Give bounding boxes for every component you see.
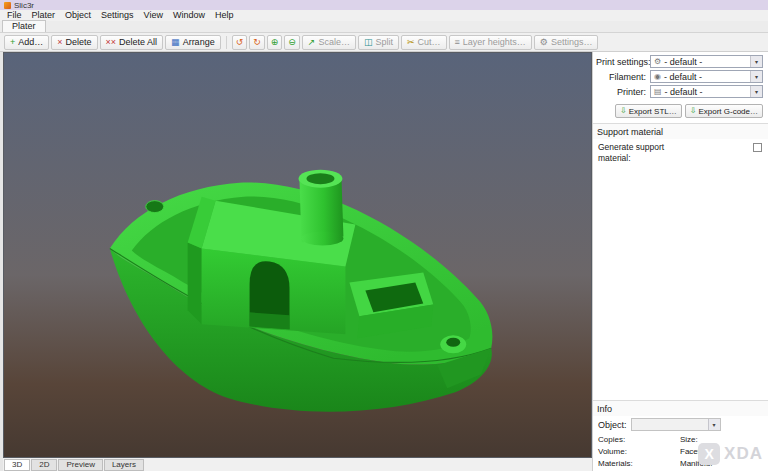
main-area: 3D 2D Preview Layers Print settings: ⚙ -… <box>0 52 768 471</box>
export-stl-label: Export STL… <box>629 107 677 116</box>
export-row: ⇩ Export STL… ⇩ Export G-code… <box>593 100 768 123</box>
benchy-chimney-hole <box>306 173 334 184</box>
benchy-chimney-base <box>301 232 343 246</box>
print-settings-value: - default - <box>664 57 702 67</box>
add-button-label: Add… <box>18 37 43 47</box>
decrease-copies-button[interactable]: ⊖ <box>284 35 300 50</box>
settings-icon: ⚙ <box>540 38 548 47</box>
toolbar: + Add… × Delete ×× Delete All ▦ Arrange … <box>0 33 768 52</box>
generate-support-checkbox[interactable] <box>753 143 762 152</box>
window-title: Slic3r <box>14 1 34 10</box>
panel-spacer <box>593 163 768 400</box>
cut-icon: ✂ <box>407 38 415 47</box>
filament-value: - default - <box>664 72 702 82</box>
right-panel: Print settings: ⚙ - default - ▾ Filament… <box>592 52 768 471</box>
generate-support-row: Generate support material: <box>593 139 768 163</box>
menubar: File Plater Object Settings View Window … <box>0 10 768 21</box>
layer-heights-button[interactable]: ≡ Layer heights… <box>449 35 532 50</box>
rotate-cw-button[interactable]: ↻ <box>249 35 265 50</box>
printer-label: Printer: <box>596 87 650 97</box>
info-header: Info <box>593 400 768 416</box>
layer-heights-icon: ≡ <box>455 38 460 47</box>
printer-row: Printer: ▤ - default - ▾ <box>596 85 763 98</box>
chevron-down-icon[interactable]: ▾ <box>750 71 762 82</box>
support-material-header: Support material <box>593 123 768 139</box>
settings-button-label: Settings… <box>551 37 593 47</box>
toolbar-separator <box>226 36 227 49</box>
arrange-button[interactable]: ▦ Arrange <box>165 35 221 50</box>
rotate-ccw-icon: ↺ <box>236 38 244 47</box>
add-button[interactable]: + Add… <box>4 35 49 50</box>
object-row: Object: ▾ <box>593 416 768 433</box>
export-stl-icon: ⇩ <box>620 107 627 115</box>
benchy-door-floor <box>250 312 290 329</box>
settings-block: Print settings: ⚙ - default - ▾ Filament… <box>593 52 768 100</box>
tab-layers[interactable]: Layers <box>104 459 144 471</box>
increase-copies-icon: ⊕ <box>271 38 279 47</box>
object-select[interactable]: ▾ <box>631 418 721 431</box>
menu-settings[interactable]: Settings <box>96 10 139 21</box>
print-settings-select[interactable]: ⚙ - default - ▾ <box>650 55 763 68</box>
printer-icon: ▤ <box>654 88 662 96</box>
tab-3d[interactable]: 3D <box>4 459 30 471</box>
facets-label: Facets: <box>680 447 763 456</box>
benchy-stern-cylinder-hole <box>446 338 460 347</box>
add-icon: + <box>10 38 15 47</box>
benchy-cabin-left <box>188 243 202 325</box>
delete-all-button[interactable]: ×× Delete All <box>100 35 164 50</box>
volume-label: Volume: <box>598 447 680 456</box>
menu-object[interactable]: Object <box>60 10 96 21</box>
cut-button[interactable]: ✂ Cut… <box>401 35 447 50</box>
delete-button[interactable]: × Delete <box>51 35 97 50</box>
delete-all-icon: ×× <box>106 38 117 47</box>
scale-button[interactable]: ↗ Scale… <box>302 35 356 50</box>
delete-button-label: Delete <box>66 37 92 47</box>
arrange-button-label: Arrange <box>183 37 215 47</box>
split-button-label: Split <box>375 37 393 47</box>
app-icon <box>4 2 11 9</box>
menu-help[interactable]: Help <box>210 10 239 21</box>
tab-row: Plater <box>0 21 768 33</box>
settings-button[interactable]: ⚙ Settings… <box>534 35 599 50</box>
manifold-label: Manifold: <box>680 459 763 468</box>
tab-2d[interactable]: 2D <box>31 459 57 471</box>
generate-support-label: Generate support material: <box>598 142 684 163</box>
benchy-model[interactable] <box>110 170 493 412</box>
printer-select[interactable]: ▤ - default - ▾ <box>650 85 763 98</box>
export-stl-button[interactable]: ⇩ Export STL… <box>615 104 682 118</box>
tab-plater[interactable]: Plater <box>2 20 46 32</box>
layer-heights-button-label: Layer heights… <box>463 37 526 47</box>
titlebar: Slic3r <box>0 0 768 10</box>
copies-label: Copies: <box>598 435 680 444</box>
chevron-down-icon[interactable]: ▾ <box>708 419 720 430</box>
filament-label: Filament: <box>596 72 650 82</box>
materials-label: Materials: <box>598 459 680 468</box>
view-mode-tabs: 3D 2D Preview Layers <box>3 458 592 471</box>
viewport-3d[interactable] <box>3 52 592 458</box>
benchy-canvas <box>4 53 591 457</box>
menu-view[interactable]: View <box>139 10 168 21</box>
rotate-ccw-button[interactable]: ↺ <box>232 35 248 50</box>
info-grid: Copies: Size: Volume: Facets: Materials:… <box>593 433 768 471</box>
cut-button-label: Cut… <box>417 37 440 47</box>
increase-copies-button[interactable]: ⊕ <box>267 35 283 50</box>
gear-icon: ⚙ <box>654 58 661 66</box>
export-gcode-button[interactable]: ⇩ Export G-code… <box>685 104 763 118</box>
delete-all-button-label: Delete All <box>119 37 157 47</box>
printer-value: - default - <box>665 87 703 97</box>
delete-icon: × <box>57 38 62 47</box>
split-button[interactable]: ◫ Split <box>358 35 399 50</box>
rotate-cw-icon: ↻ <box>253 38 261 47</box>
decrease-copies-icon: ⊖ <box>288 38 296 47</box>
filament-row: Filament: ◉ - default - ▾ <box>596 70 763 83</box>
menu-window[interactable]: Window <box>168 10 210 21</box>
slic3r-window: Slic3r File Plater Object Settings View … <box>0 0 768 471</box>
filament-icon: ◉ <box>654 73 661 81</box>
filament-select[interactable]: ◉ - default - ▾ <box>650 70 763 83</box>
viewport-column: 3D 2D Preview Layers <box>0 52 592 471</box>
tab-preview[interactable]: Preview <box>58 459 102 471</box>
print-settings-row: Print settings: ⚙ - default - ▾ <box>596 55 763 68</box>
arrange-icon: ▦ <box>171 38 180 47</box>
chevron-down-icon[interactable]: ▾ <box>750 86 762 97</box>
chevron-down-icon[interactable]: ▾ <box>750 56 762 67</box>
